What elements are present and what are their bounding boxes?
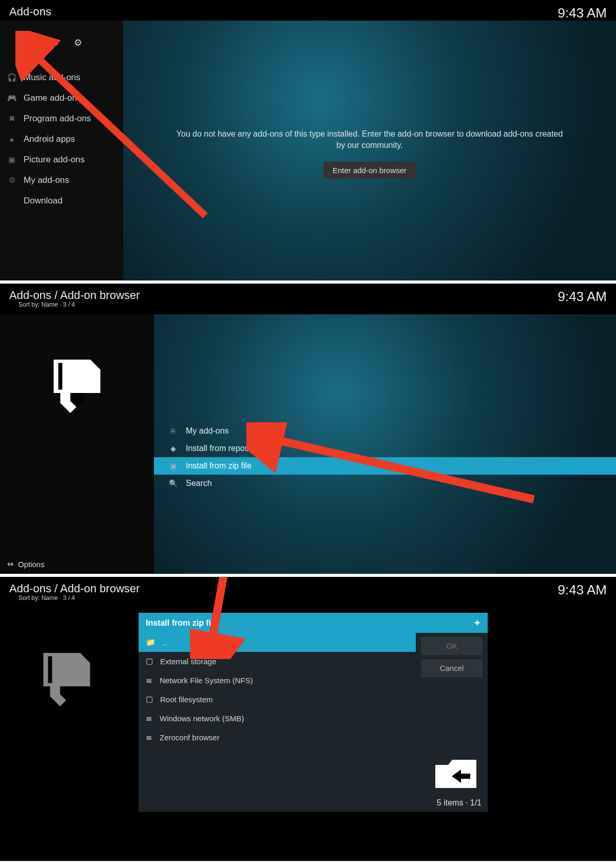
row-label: External storage (160, 657, 216, 666)
arrows-icon: ⇔ (7, 559, 14, 569)
sort-info: Sort by: Name · 3 / 4 (9, 301, 140, 308)
addons-icon: ⎘ (168, 427, 178, 435)
sidebar-item-label: Download (24, 196, 63, 206)
program-icon: ✖ (7, 114, 16, 123)
svg-rect-2 (59, 363, 63, 390)
search-icon: 🔍 (168, 479, 178, 488)
sidebar-item[interactable]: 🎧Music add-ons (0, 67, 123, 88)
folder-up[interactable]: 📁.. (139, 633, 416, 652)
list-item-label: My add-ons (186, 426, 229, 436)
dialog-header: Install from zip file ✦ (139, 613, 488, 633)
item-count: 5 items · 1/1 (437, 798, 482, 807)
clock: 9:43 AM (558, 582, 607, 602)
network-icon: ≣ (146, 733, 152, 742)
sidebar: ↻ 0 ⚙ 🎧Music add-ons 🎮Game add-ons ✖Prog… (0, 21, 123, 280)
clock: 9:43 AM (558, 5, 607, 21)
sidebar-item[interactable]: 🎮Game add-ons (0, 88, 123, 108)
ok-button[interactable]: OK (421, 637, 483, 655)
list-item-my-addons[interactable]: ⎘My add-ons (154, 422, 616, 440)
gear-icon[interactable]: ⚙ (74, 37, 82, 48)
row-label: Windows network (SMB) (160, 714, 244, 723)
sidebar-item-label: Game add-ons (24, 93, 81, 103)
panel-addons: Add-ons 9:43 AM ↻ 0 ⚙ 🎧Music add-ons 🎮Ga… (0, 0, 616, 280)
storage-icon: ▢ (146, 657, 153, 666)
options-bar[interactable]: ⇔ Options (7, 559, 45, 569)
refresh-icon: ↻ (43, 37, 51, 48)
sidebar-toolbar: ↻ 0 ⚙ (0, 31, 123, 59)
sidebar-preview (0, 314, 154, 574)
row-label: Root filesystem (160, 695, 213, 704)
dialog-title: Install from zip file (146, 619, 218, 628)
sidebar-item-label: Picture add-ons (24, 155, 85, 165)
folder-icon: 📁 (146, 638, 156, 647)
row-label: Zeroconf browser (160, 733, 220, 742)
sidebar-item[interactable]: Download (0, 191, 123, 211)
location-root[interactable]: ▢Root filesystem (139, 690, 416, 709)
sidebar-preview (0, 608, 133, 861)
list-item-search[interactable]: 🔍Search (154, 475, 616, 492)
panel-browser: Add-ons / Add-on browser Sort by: Name ·… (0, 284, 616, 574)
install-zip-dialog: Install from zip file ✦ 📁.. ▢External st… (139, 613, 488, 812)
row-label: .. (163, 638, 167, 647)
header: Add-ons / Add-on browser Sort by: Name ·… (0, 284, 616, 309)
row-label: Network File System (NFS) (160, 676, 253, 685)
browser-list: ⎘My add-ons ◆Install from repository ▣In… (154, 422, 616, 492)
refresh-count: 0 (54, 38, 59, 47)
disk-icon: ▢ (146, 695, 153, 704)
sort-info: Sort by: Name · 3 / 4 (9, 594, 140, 602)
panel-zip-dialog: Add-ons / Add-on browser Sort by: Name ·… (0, 577, 616, 861)
zip-icon: ▣ (168, 462, 178, 470)
headphones-icon: 🎧 (7, 73, 16, 82)
svg-rect-5 (48, 657, 52, 683)
package-box-icon[interactable] (17, 36, 28, 49)
sidebar-menu: 🎧Music add-ons 🎮Game add-ons ✖Program ad… (0, 59, 123, 211)
gamepad-icon: 🎮 (7, 93, 16, 103)
enter-browser-button[interactable]: Enter add-on browser (323, 162, 416, 179)
location-list: 📁.. ▢External storage ≣Network File Syst… (139, 633, 416, 747)
sidebar-item[interactable]: ⚙My add-ons (0, 170, 123, 191)
sidebar-item[interactable]: ✖Program add-ons (0, 108, 123, 129)
cancel-button[interactable]: Cancel (421, 659, 483, 677)
sidebar-item-label: My add-ons (24, 175, 69, 185)
refresh-group[interactable]: ↻ 0 (43, 37, 59, 48)
list-item-label: Search (186, 479, 212, 488)
options-label: Options (18, 560, 45, 569)
empty-message: You do not have any add-ons of this type… (175, 128, 565, 152)
kodi-logo-icon: ✦ (474, 618, 480, 628)
list-item-zip[interactable]: ▣Install from zip file (154, 457, 616, 475)
list-item-repo[interactable]: ◆Install from repository (154, 440, 616, 457)
location-external-storage[interactable]: ▢External storage (139, 652, 416, 671)
page-title: Add-ons / Add-on browser (9, 582, 140, 595)
sidebar-item[interactable]: ●Android apps (0, 129, 123, 149)
folder-back-icon (430, 752, 482, 793)
location-smb[interactable]: ≣Windows network (SMB) (139, 709, 416, 728)
cogs-icon: ⚙ (7, 176, 16, 185)
dialog-buttons: OK Cancel (416, 633, 488, 747)
dialog-footer (139, 747, 488, 798)
location-nfs[interactable]: ≣Network File System (NFS) (139, 671, 416, 690)
zip-download-icon (33, 649, 100, 710)
network-icon: ≣ (146, 714, 152, 723)
sidebar-item-label: Android apps (24, 134, 75, 144)
sidebar-item[interactable]: ▣Picture add-ons (0, 149, 123, 170)
network-icon: ≣ (146, 676, 152, 685)
location-zeroconf[interactable]: ≣Zeroconf browser (139, 728, 416, 747)
dialog-count-line: 5 items · 1/1 (139, 798, 488, 812)
content-area: You do not have any add-ons of this type… (123, 21, 616, 280)
dialog-body: 📁.. ▢External storage ≣Network File Syst… (139, 633, 488, 747)
page-title: Add-ons (9, 5, 51, 21)
repo-icon: ◆ (168, 444, 178, 453)
page-title: Add-ons / Add-on browser (9, 289, 140, 302)
zip-download-icon (44, 355, 110, 417)
sidebar-item-label: Music add-ons (24, 72, 81, 83)
header: Add-ons / Add-on browser Sort by: Name ·… (0, 577, 616, 603)
browser-content: ⎘My add-ons ◆Install from repository ▣In… (154, 314, 616, 574)
list-item-label: Install from repository (186, 444, 264, 453)
clock: 9:43 AM (558, 289, 607, 308)
list-item-label: Install from zip file (186, 461, 252, 471)
picture-icon: ▣ (7, 155, 16, 164)
sidebar-item-label: Program add-ons (24, 114, 91, 124)
android-icon: ● (7, 135, 16, 144)
header: Add-ons 9:43 AM (0, 0, 616, 22)
